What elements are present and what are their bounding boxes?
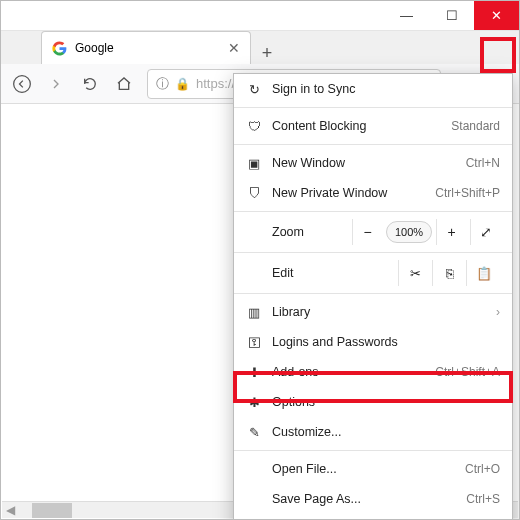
menu-addons[interactable]: ✚Add-onsCtrl+Shift+A bbox=[234, 357, 512, 387]
library-icon: ▥ bbox=[246, 305, 262, 320]
google-favicon-icon bbox=[52, 41, 67, 56]
menu-customize[interactable]: ✎Customize... bbox=[234, 417, 512, 447]
copy-button[interactable]: ⎘ bbox=[432, 260, 466, 286]
menu-zoom-row: Zoom − 100% + ⤢ bbox=[234, 215, 512, 249]
tab-title: Google bbox=[75, 41, 114, 55]
svg-point-0 bbox=[14, 75, 31, 92]
window-maximize-button[interactable]: ☐ bbox=[429, 1, 474, 30]
menu-edit-row: Edit ✂ ⎘ 📋 bbox=[234, 256, 512, 290]
new-tab-button[interactable]: + bbox=[251, 43, 283, 64]
tab-google[interactable]: Google ✕ bbox=[41, 31, 251, 64]
menu-new-private-window[interactable]: ⛉New Private WindowCtrl+Shift+P bbox=[234, 178, 512, 208]
key-icon: ⚿ bbox=[246, 335, 262, 350]
menu-sync[interactable]: ↻Sign in to Sync bbox=[234, 74, 512, 104]
shield-icon: 🛡 bbox=[246, 119, 262, 134]
menu-open-file[interactable]: Open File...Ctrl+O bbox=[234, 454, 512, 484]
forward-button[interactable] bbox=[41, 69, 71, 99]
puzzle-icon: ✚ bbox=[246, 365, 262, 380]
tab-strip: Google ✕ + bbox=[1, 31, 519, 64]
menu-print[interactable]: ⎙Print... bbox=[234, 514, 512, 520]
chevron-right-icon: › bbox=[496, 305, 500, 319]
menu-save-page[interactable]: Save Page As...Ctrl+S bbox=[234, 484, 512, 514]
menu-content-blocking[interactable]: 🛡Content BlockingStandard bbox=[234, 111, 512, 141]
tab-close-icon[interactable]: ✕ bbox=[228, 40, 240, 56]
sync-icon: ↻ bbox=[246, 82, 262, 97]
app-menu-popup: ↻Sign in to Sync 🛡Content BlockingStanda… bbox=[233, 73, 513, 520]
window-icon: ▣ bbox=[246, 156, 262, 171]
menu-logins[interactable]: ⚿Logins and Passwords bbox=[234, 327, 512, 357]
menu-new-window[interactable]: ▣New WindowCtrl+N bbox=[234, 148, 512, 178]
zoom-out-button[interactable]: − bbox=[352, 219, 382, 245]
lock-icon: 🔒 bbox=[175, 77, 190, 91]
window-minimize-button[interactable]: — bbox=[384, 1, 429, 30]
fullscreen-button[interactable]: ⤢ bbox=[470, 219, 500, 245]
home-button[interactable] bbox=[109, 69, 139, 99]
menu-options[interactable]: ✱Options bbox=[234, 387, 512, 417]
paste-button[interactable]: 📋 bbox=[466, 260, 500, 286]
menu-library[interactable]: ▥Library› bbox=[234, 297, 512, 327]
site-identity-icon[interactable]: ⓘ bbox=[156, 75, 169, 93]
zoom-percent[interactable]: 100% bbox=[386, 221, 432, 243]
back-button[interactable] bbox=[7, 69, 37, 99]
mask-icon: ⛉ bbox=[246, 186, 262, 201]
cut-button[interactable]: ✂ bbox=[398, 260, 432, 286]
paintbrush-icon: ✎ bbox=[246, 425, 262, 440]
gear-icon: ✱ bbox=[246, 395, 262, 410]
reload-button[interactable] bbox=[75, 69, 105, 99]
zoom-in-button[interactable]: + bbox=[436, 219, 466, 245]
window-close-button[interactable]: ✕ bbox=[474, 1, 519, 30]
window-titlebar: — ☐ ✕ bbox=[1, 1, 519, 31]
scrollbar-thumb[interactable] bbox=[32, 503, 72, 518]
